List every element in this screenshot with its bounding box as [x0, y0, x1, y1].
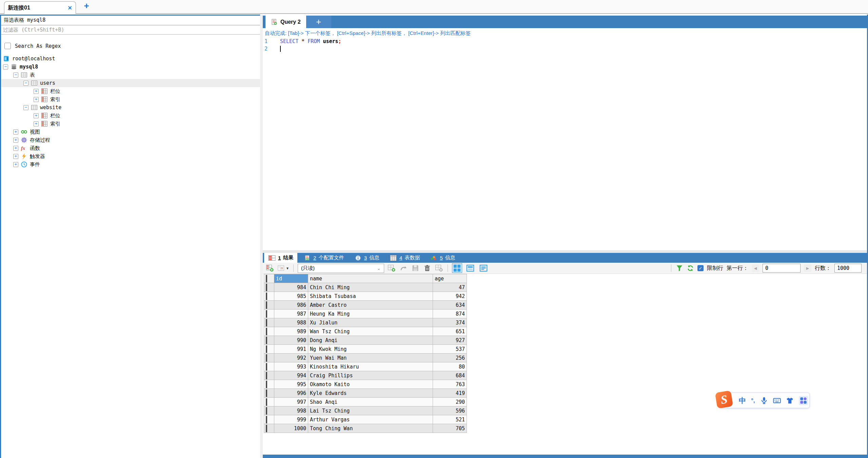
cell-age[interactable]: 80 — [433, 362, 467, 371]
cell-age[interactable]: 927 — [433, 336, 467, 345]
tree-item-website-columns[interactable]: +栏位 — [1, 112, 260, 120]
cell-name[interactable]: Okamoto Kaito — [308, 380, 433, 389]
cell-name[interactable]: Craig Phillips — [308, 371, 433, 380]
collapse-icon[interactable]: − — [3, 64, 8, 69]
cell-age[interactable]: 942 — [433, 292, 467, 301]
cell-age[interactable]: 763 — [433, 380, 467, 389]
expand-icon[interactable]: + — [34, 97, 39, 102]
table-row[interactable]: 984Chin Chi Ming47 — [264, 283, 467, 292]
table-row[interactable]: 995Okamoto Kaito763 — [264, 380, 467, 389]
results-tab-4[interactable]: 4表数据 — [386, 253, 424, 263]
regex-checkbox[interactable] — [4, 43, 11, 49]
row-checkbox[interactable] — [266, 425, 267, 432]
tree-item-mysql8[interactable]: −mysql8 — [1, 63, 260, 71]
cell-name[interactable]: Amber Castro — [308, 301, 433, 310]
expand-icon[interactable]: + — [34, 121, 39, 126]
tree-item-website[interactable]: −website — [1, 103, 260, 112]
cell-id[interactable]: 996 — [274, 389, 308, 398]
row-checkbox[interactable] — [266, 407, 267, 415]
results-tab-2[interactable]: 2个配置文件 — [299, 253, 348, 263]
cell-name[interactable]: Arthur Vargas — [308, 415, 433, 424]
row-checkbox[interactable] — [266, 354, 267, 362]
results-tab-1[interactable]: 1结果 — [264, 253, 297, 263]
select-all-checkbox[interactable] — [266, 275, 267, 282]
column-header-id[interactable]: id — [274, 274, 308, 283]
cell-name[interactable]: Xu Jialun — [308, 318, 433, 327]
table-row[interactable]: 994Craig Phillips684 — [264, 371, 467, 380]
row-count-input[interactable] — [834, 264, 862, 273]
results-tab-3[interactable]: 3信息 — [350, 253, 383, 263]
save-record-icon[interactable] — [411, 264, 420, 272]
cell-id[interactable]: 990 — [274, 336, 308, 345]
table-row[interactable]: 989Wan Tsz Ching651 — [264, 327, 467, 336]
cell-name[interactable]: Ng Kwok Ming — [308, 345, 433, 354]
cell-age[interactable]: 634 — [433, 301, 467, 310]
cell-id[interactable]: 989 — [274, 327, 308, 336]
code-line[interactable]: 2 — [263, 45, 867, 53]
row-checkbox[interactable] — [266, 381, 267, 388]
expand-icon[interactable]: + — [13, 154, 18, 159]
table-row[interactable]: 1000Tong Ching Wan705 — [264, 424, 467, 433]
close-icon[interactable]: ✕ — [68, 5, 72, 11]
cell-age[interactable]: 684 — [433, 371, 467, 380]
table-row[interactable]: 991Ng Kwok Ming537 — [264, 345, 467, 354]
results-tab-5[interactable]: 5信息 — [426, 253, 459, 263]
table-options-icon[interactable] — [277, 264, 285, 272]
cancel-changes-icon[interactable] — [435, 264, 443, 272]
horizontal-splitter[interactable] — [263, 250, 867, 253]
row-checkbox[interactable] — [266, 372, 267, 379]
connection-tab[interactable]: 新连接01 ✕ — [4, 1, 76, 14]
cell-age[interactable]: 521 — [433, 415, 467, 424]
sql-editor[interactable]: 自动完成: [Tab]-> 下一个标签， [Ctrl+Space]-> 列出所有… — [263, 28, 867, 250]
table-row[interactable]: 986Amber Castro634 — [264, 301, 467, 310]
cell-age[interactable]: 374 — [433, 318, 467, 327]
text-view-button[interactable] — [478, 263, 489, 273]
table-row[interactable]: 992Yuen Wai Man256 — [264, 354, 467, 362]
collapse-icon[interactable]: − — [13, 73, 18, 78]
chinese-mode-icon[interactable]: 中 — [739, 397, 746, 404]
skin-icon[interactable] — [786, 397, 794, 404]
expand-icon[interactable]: + — [34, 113, 39, 118]
table-row[interactable]: 990Dong Anqi927 — [264, 336, 467, 345]
expand-icon[interactable]: + — [13, 146, 18, 151]
filter-icon[interactable] — [676, 264, 683, 272]
collapse-icon[interactable]: − — [23, 81, 28, 86]
row-checkbox[interactable] — [266, 284, 267, 291]
tree-item-users-columns[interactable]: +栏位 — [1, 87, 260, 95]
grid-view-button[interactable] — [452, 263, 462, 273]
tab-query-2[interactable]: Query 2 — [265, 16, 306, 28]
tree-item-events[interactable]: +事件 — [1, 160, 260, 168]
code-line[interactable]: 1SELECT * FROM users; — [263, 38, 867, 45]
table-row[interactable]: 998Lai Tsz Ching596 — [264, 406, 467, 415]
cell-name[interactable]: Yuen Wai Man — [308, 354, 433, 362]
tree-item-tables[interactable]: −表 — [1, 71, 260, 79]
vertical-splitter[interactable] — [260, 15, 263, 458]
new-connection-tab-button[interactable]: + — [81, 1, 92, 11]
row-checkbox[interactable] — [266, 363, 267, 371]
expand-icon[interactable]: + — [13, 130, 18, 135]
add-record-icon[interactable] — [387, 264, 396, 272]
cell-age[interactable]: 705 — [433, 424, 467, 433]
cell-id[interactable]: 1000 — [274, 424, 308, 433]
cell-name[interactable]: Kinoshita Hikaru — [308, 362, 433, 371]
next-page-icon[interactable]: ▶ — [804, 264, 811, 272]
first-row-input[interactable] — [763, 264, 801, 273]
code-area[interactable]: 1SELECT * FROM users;2 — [263, 38, 867, 53]
cell-name[interactable]: Shao Anqi — [308, 398, 433, 406]
delete-record-icon[interactable] — [423, 264, 432, 272]
cell-id[interactable]: 987 — [274, 310, 308, 318]
cell-id[interactable]: 999 — [274, 415, 308, 424]
result-mode-select[interactable]: (只读) ⌄ — [298, 264, 384, 273]
new-query-tab-button[interactable]: + — [306, 16, 331, 28]
cell-id[interactable]: 998 — [274, 406, 308, 415]
revert-record-icon[interactable] — [399, 264, 408, 272]
form-view-button[interactable] — [465, 263, 475, 273]
cell-name[interactable]: Heung Ka Ming — [308, 310, 433, 318]
cell-id[interactable]: 993 — [274, 362, 308, 371]
voice-icon[interactable] — [760, 397, 768, 404]
cell-name[interactable]: Wan Tsz Ching — [308, 327, 433, 336]
table-row[interactable]: 987Heung Ka Ming874 — [264, 310, 467, 318]
toolbox-icon[interactable] — [799, 396, 808, 405]
refresh-icon[interactable] — [687, 264, 694, 272]
cell-age[interactable]: 47 — [433, 283, 467, 292]
